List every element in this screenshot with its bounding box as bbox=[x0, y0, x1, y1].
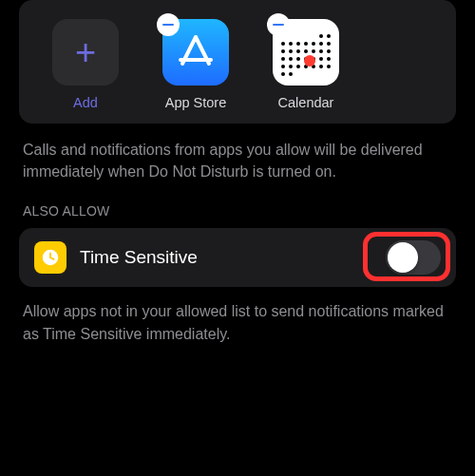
time-sensitive-row[interactable]: Time Sensitive bbox=[19, 228, 456, 287]
app-item-appstore[interactable]: App Store bbox=[154, 19, 238, 110]
add-app-item[interactable]: + Add bbox=[44, 19, 127, 110]
apps-description: Calls and notifications from apps you al… bbox=[0, 135, 475, 203]
remove-badge-icon[interactable] bbox=[267, 13, 290, 36]
section-header-also-allow: ALSO ALLOW bbox=[0, 203, 475, 228]
apps-row: + Add App Store bbox=[34, 19, 441, 110]
add-label: Add bbox=[73, 95, 98, 110]
toggle-knob bbox=[388, 242, 418, 273]
time-sensitive-label: Time Sensitive bbox=[80, 247, 372, 268]
allowed-apps-card: + Add App Store bbox=[19, 0, 456, 124]
app-label: Calendar bbox=[278, 95, 334, 110]
time-sensitive-toggle[interactable] bbox=[386, 240, 441, 275]
app-label: App Store bbox=[165, 95, 227, 110]
time-sensitive-description: Allow apps not in your allowed list to s… bbox=[0, 296, 475, 365]
remove-badge-icon[interactable] bbox=[157, 13, 180, 36]
plus-icon: + bbox=[75, 32, 96, 73]
clock-icon bbox=[34, 241, 66, 274]
add-icon: + bbox=[52, 19, 119, 86]
app-item-calendar[interactable]: Calendar bbox=[264, 19, 348, 110]
